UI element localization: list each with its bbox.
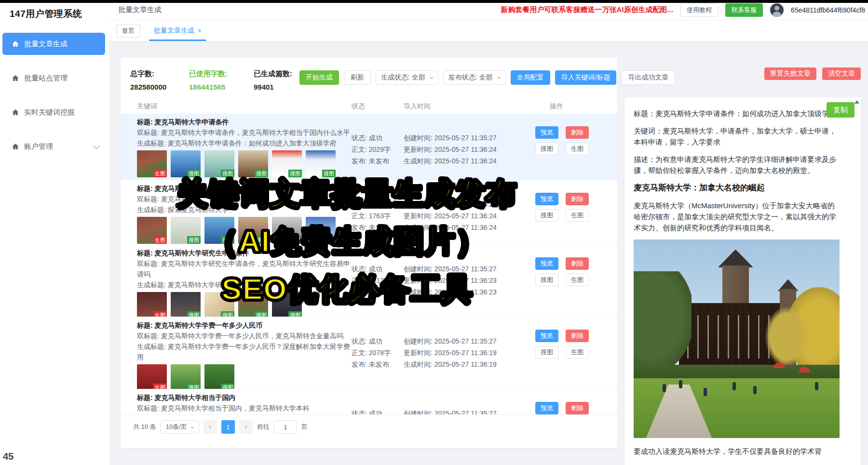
tutorial-button[interactable]: 使用教程 xyxy=(680,3,718,17)
article-thumbnail[interactable]: 生图 xyxy=(137,150,167,177)
generate-image-button[interactable]: 生图 xyxy=(566,346,589,359)
preview-heading: 麦克马斯特大学：加拿大名校的崛起 xyxy=(634,182,840,193)
preview-button[interactable]: 预览 xyxy=(535,402,558,414)
preview-button[interactable]: 预览 xyxy=(535,330,558,342)
article-thumbnail[interactable]: 生图 xyxy=(137,217,167,244)
thumb-tag: 搜图 xyxy=(187,170,201,177)
sidebar-item-batch-article[interactable]: 批量文章生成 xyxy=(2,33,105,55)
delete-button[interactable]: 删除 xyxy=(566,126,589,139)
actions-cell: 预览 删除 搜图 生图 xyxy=(535,126,608,159)
close-icon[interactable]: × xyxy=(198,27,202,34)
prev-page-button[interactable]: ‹ xyxy=(203,420,217,434)
article-thumbnail[interactable]: 搜图 xyxy=(272,150,302,177)
thumb-tag: 生图 xyxy=(153,311,167,317)
time-cell: 创建时间: 2025-05-27 11:35:27 更新时间: 2025-05-… xyxy=(404,263,497,298)
next-page-button[interactable]: › xyxy=(239,420,253,434)
article-thumbnail[interactable]: 搜图 xyxy=(238,150,268,177)
search-image-button[interactable]: 搜图 xyxy=(535,143,558,155)
row-updated-time: 更新时间: 2025-05-27 11:36:24 xyxy=(404,210,497,222)
article-thumbnail[interactable]: 搜图 xyxy=(171,150,201,177)
article-row: 标题: 麦克马斯特大学相当于国内 双标题: 麦克马斯特大学相当于国内，麦克马斯特… xyxy=(121,389,617,414)
page-size-select[interactable]: 10条/页 xyxy=(161,420,199,434)
sidebar-item-batch-site[interactable]: 批量站点管理 xyxy=(0,67,109,89)
article-gen-title: 生成标题: 麦克马斯特大学研究生申请条件 xyxy=(137,279,352,290)
header-actions: 新购套餐用户可联系客服赠送一万张AI原创生成配图... 使用教程 联系客服 65… xyxy=(501,3,868,17)
home-icon xyxy=(12,143,19,150)
article-gen-title: 生成标题: 探索麦克马斯特大学 xyxy=(137,204,352,215)
article-thumbnail[interactable]: 搜图 xyxy=(238,217,268,244)
goto-page-input[interactable]: 1 xyxy=(274,420,297,434)
stat-label: 已生成篇数: xyxy=(254,69,292,79)
promo-notice[interactable]: 新购套餐用户可联系客服赠送一万张AI原创生成配图... xyxy=(501,5,674,14)
preview-button[interactable]: 预览 xyxy=(535,193,558,205)
sidebar-item-keyword-mining[interactable]: 实时关键词挖掘 xyxy=(0,101,109,123)
reset-failed-button[interactable]: 重置失败文章 xyxy=(764,67,816,80)
article-thumbnail[interactable]: 搜图 xyxy=(171,217,201,244)
user-id: 65e4811dfb644f690f4cf8 xyxy=(791,6,865,14)
row-updated-time: 更新时间: 2025-05-27 11:36:23 xyxy=(404,275,497,286)
col-header-status: 状态 xyxy=(352,102,365,111)
generate-image-button[interactable]: 生图 xyxy=(566,274,589,286)
copy-button[interactable]: 复制 xyxy=(827,102,854,118)
preview-button[interactable]: 预览 xyxy=(535,126,558,139)
delete-button[interactable]: 删除 xyxy=(566,257,589,270)
preview-paragraph-partial: 要成功入读麦克马斯特大学，学生不仅要具备良好的学术背 xyxy=(634,446,840,457)
time-cell: 创建时间: 2025-05-27 11:35:27 更新时间: 2025-05-… xyxy=(404,408,497,414)
row-generated-time: 生成时间: 2025-05-27 11:36:23 xyxy=(404,286,497,298)
hero-figure xyxy=(732,382,736,390)
search-image-button[interactable]: 搜图 xyxy=(535,209,558,222)
row-publish-status: 发布: 未发布 xyxy=(352,155,391,167)
sidebar-item-account[interactable]: 账户管理 xyxy=(0,135,109,158)
thumb-tag: 生图 xyxy=(153,236,167,244)
preview-keywords: 关键词：麦克马斯特大学，申请条件，加拿大大学，硕士申请，本科申请，留学，入学要求 xyxy=(634,125,840,147)
search-image-button[interactable]: 搜图 xyxy=(535,346,558,359)
status-cell: 状态: 成功 正文: 1957字 xyxy=(352,408,391,414)
hero-figure xyxy=(815,382,818,390)
article-thumbnail[interactable]: 搜图 xyxy=(171,292,201,317)
global-config-button[interactable]: 全局配置 xyxy=(511,70,550,85)
thumb-tag: 搜图 xyxy=(288,170,302,177)
refresh-button[interactable]: 刷新 xyxy=(344,70,371,85)
article-thumbnail[interactable]: 搜图 xyxy=(171,364,201,389)
generate-image-button[interactable]: 生图 xyxy=(566,143,589,155)
article-thumbnail[interactable]: 搜图 xyxy=(238,292,268,317)
generate-image-button[interactable]: 生图 xyxy=(566,209,589,222)
article-row: 标题: 麦克马斯特大学研究生申请条件 双标题: 麦克马斯特大学研究生申请条件，麦… xyxy=(121,245,617,317)
keyword-cell: 标题: 麦克马斯特大学 双标题: 麦克马斯特大 生成标题: 探索麦克马斯特大学 … xyxy=(137,183,352,244)
contact-support-button[interactable]: 联系客服 xyxy=(725,3,763,17)
start-generate-button[interactable]: 开始生成 xyxy=(299,70,339,85)
top-header: 批量文章生成 新购套餐用户可联系客服赠送一万张AI原创生成配图... 使用教程 … xyxy=(109,0,868,20)
article-thumbnail[interactable]: 搜图 xyxy=(204,150,234,177)
scroll-up-icon[interactable] xyxy=(854,98,859,104)
divider xyxy=(121,414,617,415)
delete-button[interactable]: 删除 xyxy=(566,402,589,414)
publish-status-select[interactable]: 发布状态: 全部 xyxy=(443,70,506,85)
article-thumbnail[interactable]: 搜图 xyxy=(204,217,234,244)
import-keywords-button[interactable]: 导入关键词/标题 xyxy=(555,70,617,85)
article-thumbnail[interactable]: 搜图 xyxy=(272,292,302,317)
delete-button[interactable]: 删除 xyxy=(566,193,589,205)
tab-home[interactable]: 首页 xyxy=(116,24,140,38)
clear-articles-button[interactable]: 清空文章 xyxy=(822,67,861,80)
export-success-button[interactable]: 导出成功文章 xyxy=(621,70,675,85)
article-thumbnail[interactable]: 搜图 xyxy=(204,292,234,317)
corner-watermark: 45 xyxy=(3,451,14,462)
keyword-cell: 标题: 麦克马斯特大学申请条件 双标题: 麦克马斯特大学申请条件，麦克马斯特大学… xyxy=(137,117,352,177)
article-thumbnail[interactable]: 搜图 xyxy=(204,364,234,389)
article-thumbnail[interactable]: 生图 xyxy=(137,292,167,317)
row-status: 状态: 成功 xyxy=(352,199,391,210)
page-number-1[interactable]: 1 xyxy=(221,420,235,434)
article-thumbnail[interactable]: 搜图 xyxy=(306,150,336,177)
stat-used-words: 已使用字数: 186441565 xyxy=(189,69,254,91)
sidebar-item-label: 实时关键词挖掘 xyxy=(24,108,75,117)
avatar[interactable] xyxy=(770,3,784,17)
preview-button[interactable]: 预览 xyxy=(535,257,558,270)
article-thumbnail[interactable]: 生图 xyxy=(137,364,167,389)
article-thumbnail[interactable]: 搜图 xyxy=(272,217,302,244)
generate-status-select[interactable]: 生成状态: 全部 xyxy=(376,70,438,85)
delete-button[interactable]: 删除 xyxy=(566,330,589,342)
article-thumbnail[interactable]: 搜图 xyxy=(306,217,336,244)
chevron-down-icon xyxy=(93,142,100,149)
search-image-button[interactable]: 搜图 xyxy=(535,274,558,286)
tab-batch-article[interactable]: 批量文章生成 × xyxy=(147,20,208,41)
